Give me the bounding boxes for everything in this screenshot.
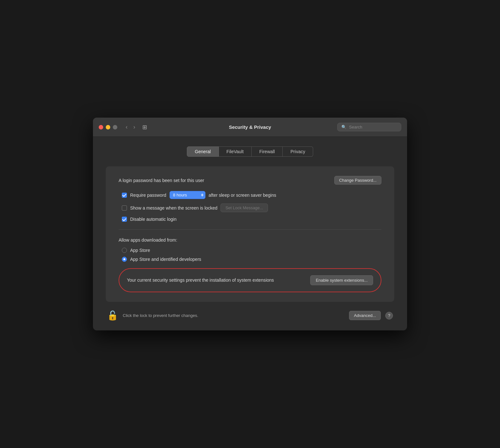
enable-extensions-button[interactable]: Enable system extensions... (310, 275, 373, 285)
section-divider (119, 229, 381, 230)
set-lock-message-button: Set Lock Message... (221, 203, 268, 212)
lock-icon[interactable]: 🔓 (107, 310, 118, 321)
search-icon: 🔍 (341, 125, 346, 129)
change-password-button[interactable]: Change Password... (334, 176, 381, 185)
disable-login-label: Disable automatic login (130, 217, 177, 222)
disable-login-checkbox[interactable] (122, 217, 127, 222)
require-password-row: Require password immediately 5 seconds 1… (122, 191, 381, 199)
bottom-bar: 🔓 Click the lock to prevent further chan… (106, 310, 394, 321)
back-button[interactable]: ‹ (124, 122, 129, 132)
traffic-lights (99, 125, 117, 129)
maximize-button[interactable] (113, 125, 117, 129)
app-store-label: App Store (130, 248, 150, 253)
security-warning-box: Your current security settings prevent t… (119, 268, 381, 292)
show-message-label: Show a message when the screen is locked (130, 205, 217, 211)
app-store-row: App Store (122, 248, 381, 253)
disable-login-row: Disable automatic login (122, 217, 381, 222)
main-window: ‹ › ⊞ Security & Privacy 🔍 General FileV… (93, 118, 407, 330)
show-message-checkbox[interactable] (122, 205, 127, 211)
forward-button[interactable]: › (131, 122, 137, 132)
minimize-button[interactable] (106, 125, 110, 129)
help-button[interactable]: ? (385, 312, 393, 319)
grid-icon[interactable]: ⊞ (142, 124, 147, 131)
content-area: General FileVault Firewall Privacy A log… (93, 137, 407, 330)
after-sleep-label: after sleep or screen saver begins (209, 193, 276, 198)
titlebar: ‹ › ⊞ Security & Privacy 🔍 (93, 118, 407, 137)
password-time-select[interactable]: immediately 5 seconds 1 minute 5 minutes… (170, 191, 205, 199)
app-store-identified-label: App Store and identified developers (130, 257, 201, 262)
search-box: 🔍 (337, 123, 401, 131)
lock-label: Click the lock to prevent further change… (123, 313, 345, 318)
tab-firewall[interactable]: Firewall (252, 146, 283, 157)
password-label: A login password has been set for this u… (119, 178, 329, 183)
app-store-identified-row: App Store and identified developers (122, 257, 381, 262)
advanced-button[interactable]: Advanced... (349, 311, 381, 320)
tab-filevault[interactable]: FileVault (219, 146, 252, 157)
warning-text: Your current security settings prevent t… (127, 277, 304, 284)
settings-panel: A login password has been set for this u… (106, 166, 394, 302)
tab-general[interactable]: General (187, 146, 219, 157)
download-title: Allow apps downloaded from: (119, 237, 381, 243)
nav-buttons: ‹ › (124, 122, 137, 132)
require-password-checkbox[interactable] (122, 193, 127, 198)
app-store-identified-radio[interactable] (122, 257, 127, 262)
password-row: A login password has been set for this u… (119, 176, 381, 185)
window-title: Security & Privacy (229, 124, 271, 130)
search-input[interactable] (349, 125, 397, 129)
app-store-radio[interactable] (122, 248, 127, 253)
password-time-select-wrapper: immediately 5 seconds 1 minute 5 minutes… (170, 191, 205, 199)
tab-bar: General FileVault Firewall Privacy (106, 146, 394, 157)
show-message-row: Show a message when the screen is locked… (122, 203, 381, 212)
close-button[interactable] (99, 125, 103, 129)
require-password-label: Require password (130, 193, 166, 198)
tab-privacy[interactable]: Privacy (283, 146, 313, 157)
